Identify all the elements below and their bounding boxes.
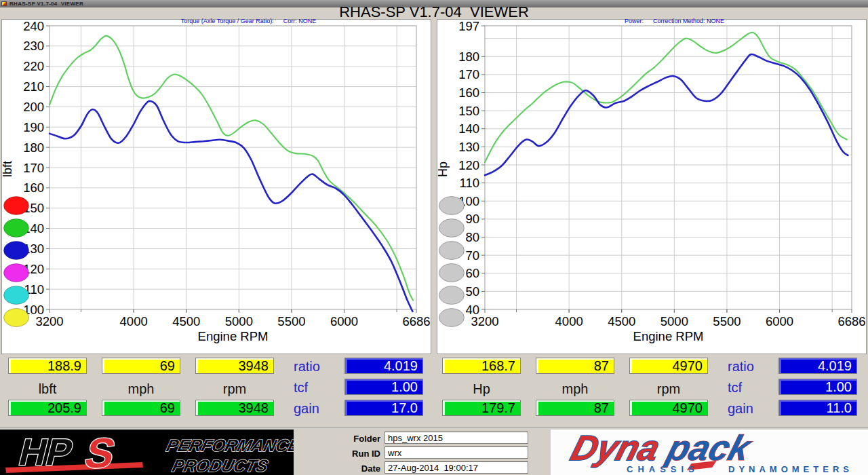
x-tick-label: 6686 bbox=[837, 314, 865, 328]
channel-swatch-6[interactable] bbox=[439, 309, 465, 327]
mph-unit-label: mph bbox=[102, 381, 180, 397]
power-chart: 1971801701601501401301201101009080706050… bbox=[437, 20, 867, 355]
x-tick-label: 5000 bbox=[660, 314, 688, 328]
y-tick-label: 197 bbox=[458, 20, 479, 33]
y-tick-label: 70 bbox=[465, 248, 479, 263]
date-label: Date bbox=[294, 463, 380, 474]
power-run1-rpm: 4970 bbox=[629, 358, 708, 374]
power-run1-mph: 87 bbox=[536, 358, 614, 374]
x-axis-label: Engine RPM bbox=[198, 329, 269, 343]
x-tick-label: 6686 bbox=[402, 314, 430, 328]
ratio-value: 4.019 bbox=[778, 358, 857, 374]
run-info-fields: Folder Run ID Date bbox=[294, 430, 551, 475]
series-blue-run bbox=[485, 54, 848, 175]
y-axis-label: Hp bbox=[437, 162, 450, 177]
footer: HP S PERFORMANCE PRODUCTS Folder Run ID … bbox=[0, 428, 868, 475]
y-tick-label: 120 bbox=[458, 158, 479, 172]
x-tick-label: 3200 bbox=[471, 314, 498, 328]
y-tick-label: 230 bbox=[23, 39, 44, 53]
series-green-run bbox=[485, 33, 847, 162]
hps-logo-group: HP S PERFORMANCE PRODUCTS bbox=[3, 430, 294, 475]
hps-products-text: PRODUCTS bbox=[170, 456, 270, 475]
ratio-label: ratio bbox=[728, 359, 754, 375]
y-tick-label: 210 bbox=[23, 79, 44, 94]
y-tick-label: 180 bbox=[23, 140, 44, 155]
x-tick-label: 4000 bbox=[120, 314, 148, 328]
torque-chart-panel: 2402302202102001901801701601501401301201… bbox=[1, 19, 431, 354]
x-tick-label: 5000 bbox=[225, 314, 253, 328]
page-title: RHAS-SP V1.7-04 VIEWER bbox=[0, 3, 868, 21]
tcf-label: tcf bbox=[294, 380, 308, 396]
x-tick-label: 5500 bbox=[713, 314, 741, 328]
runid-input[interactable] bbox=[384, 446, 528, 459]
dynapack-logo-svg: Dyna pack CHASSIS DYNAMOMETERS bbox=[551, 430, 868, 475]
torque-run1-rpm: 3948 bbox=[195, 358, 274, 374]
y-tick-label: 160 bbox=[458, 86, 479, 100]
y-tick-label: 50 bbox=[465, 284, 479, 299]
power-readouts: 168.7 87 4970 Hp mph rpm 179.7 87 4970 r… bbox=[434, 354, 868, 426]
readout-section: 188.9 69 3948 lbft mph rpm 205.9 69 3948… bbox=[0, 354, 868, 426]
torque-run1-value: 188.9 bbox=[8, 358, 87, 374]
channel-swatch-5[interactable] bbox=[439, 286, 465, 305]
power-correction-value: Correction Method: NONE bbox=[653, 18, 724, 24]
y-tick-label: 160 bbox=[23, 180, 44, 195]
channel-swatch-4[interactable] bbox=[439, 264, 465, 282]
power-chart-panel: 1971801701601501401301201101009080706050… bbox=[437, 19, 867, 354]
folder-input[interactable] bbox=[384, 432, 528, 444]
date-input[interactable] bbox=[384, 461, 528, 474]
power-caption: Power:Correction Method: NONE bbox=[621, 11, 724, 24]
tcf-value: 1.00 bbox=[778, 379, 857, 395]
x-tick-label: 4500 bbox=[608, 314, 635, 328]
channel-swatch-2[interactable] bbox=[4, 219, 29, 238]
power-caption-label: Power: bbox=[625, 18, 644, 24]
ratio-value: 4.019 bbox=[344, 358, 423, 374]
power-run2-mph: 87 bbox=[536, 400, 614, 416]
ratio-label: ratio bbox=[294, 359, 320, 375]
x-axis-label: Engine RPM bbox=[633, 329, 704, 343]
torque-chart: 2402302202102001901801701601501401301201… bbox=[2, 20, 432, 355]
torque-run2-rpm: 3948 bbox=[195, 400, 274, 416]
channel-swatch-1[interactable] bbox=[4, 197, 29, 215]
y-tick-label: 80 bbox=[465, 230, 479, 244]
dynapack-chassis-text: CHASSIS bbox=[627, 464, 699, 474]
rpm-unit-label: rpm bbox=[629, 381, 708, 397]
channel-swatch-5[interactable] bbox=[4, 286, 29, 305]
torque-run2-value: 205.9 bbox=[8, 400, 87, 416]
hps-performance-text: PERFORMANCE bbox=[165, 436, 294, 455]
plot-frame bbox=[485, 26, 852, 309]
channel-swatch-3[interactable] bbox=[4, 242, 29, 260]
torque-caption: Torque (Axle Torque / Gear Ratio):Corr: … bbox=[178, 11, 316, 24]
y-tick-label: 140 bbox=[458, 121, 479, 136]
x-tick-label: 4000 bbox=[555, 314, 583, 328]
torque-correction-value: Corr: NONE bbox=[283, 18, 317, 24]
runid-label: Run ID bbox=[294, 449, 380, 459]
y-tick-label: 240 bbox=[23, 20, 44, 33]
gain-label: gain bbox=[294, 401, 319, 417]
y-axis-label: lbft bbox=[2, 161, 14, 177]
channel-swatch-4[interactable] bbox=[4, 264, 29, 282]
hps-logo: HP S PERFORMANCE PRODUCTS bbox=[0, 430, 294, 475]
power-run1-value: 168.7 bbox=[442, 358, 521, 374]
tcf-value: 1.00 bbox=[344, 379, 423, 395]
y-tick-label: 190 bbox=[23, 120, 44, 134]
hps-logo-svg: HP S PERFORMANCE PRODUCTS bbox=[0, 430, 294, 475]
dynapack-logo: Dyna pack CHASSIS DYNAMOMETERS bbox=[551, 430, 868, 475]
y-tick-label: 200 bbox=[23, 100, 44, 114]
torque-readouts: 188.9 69 3948 lbft mph rpm 205.9 69 3948… bbox=[0, 354, 434, 426]
channel-swatch-6[interactable] bbox=[4, 309, 29, 327]
y-tick-label: 170 bbox=[23, 161, 44, 175]
x-tick-label: 6000 bbox=[766, 314, 793, 328]
y-tick-label: 60 bbox=[465, 266, 479, 280]
power-run2-rpm: 4970 bbox=[629, 400, 708, 416]
y-tick-label: 170 bbox=[458, 67, 479, 81]
channel-swatch-2[interactable] bbox=[439, 219, 465, 238]
dynapack-dynamometers-text: DYNAMOMETERS bbox=[728, 464, 853, 474]
x-tick-label: 6000 bbox=[330, 314, 358, 328]
rpm-unit-label: rpm bbox=[195, 381, 274, 397]
y-tick-label: 220 bbox=[23, 59, 44, 73]
torque-run2-mph: 69 bbox=[102, 400, 180, 416]
channel-swatch-3[interactable] bbox=[439, 242, 465, 260]
channel-swatch-1[interactable] bbox=[439, 197, 465, 215]
dynapack-dyna-text: Dyna bbox=[567, 430, 665, 468]
y-tick-label: 130 bbox=[458, 140, 479, 154]
